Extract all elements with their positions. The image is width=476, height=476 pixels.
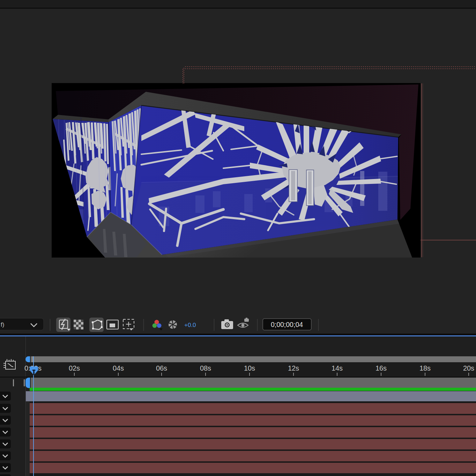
svg-text:+0.0: +0.0 [184, 322, 196, 328]
svg-text:f): f) [1, 321, 4, 328]
svg-text:0;00;00;04: 0;00;00;04 [271, 321, 303, 328]
